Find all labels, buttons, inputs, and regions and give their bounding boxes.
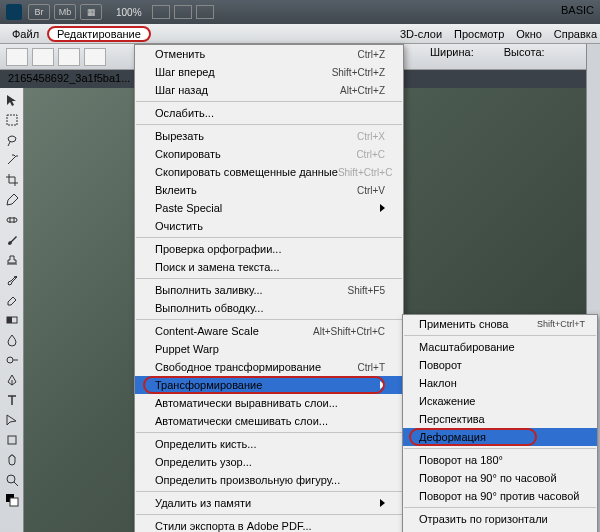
sm-rotate[interactable]: Поворот bbox=[403, 356, 597, 374]
color-swatch[interactable] bbox=[2, 490, 22, 509]
separator bbox=[136, 101, 402, 102]
opt-crop-2[interactable] bbox=[58, 48, 80, 66]
separator bbox=[136, 432, 402, 433]
menu-window[interactable]: Окно bbox=[516, 28, 542, 40]
sm-perspective[interactable]: Перспектива bbox=[403, 410, 597, 428]
dodge-tool[interactable] bbox=[2, 350, 22, 369]
sm-scale[interactable]: Масштабирование bbox=[403, 338, 597, 356]
stamp-tool[interactable] bbox=[2, 250, 22, 269]
menu-view[interactable]: Просмотр bbox=[454, 28, 504, 40]
tools-panel bbox=[0, 88, 24, 532]
mi-spelling[interactable]: Проверка орфографии... bbox=[135, 240, 403, 258]
appbar-btn-grid[interactable]: ▦ bbox=[80, 4, 102, 20]
separator bbox=[404, 448, 596, 449]
mi-puppet-warp[interactable]: Puppet Warp bbox=[135, 340, 403, 358]
opt-crop-3[interactable] bbox=[84, 48, 106, 66]
svg-point-7 bbox=[7, 475, 15, 483]
eyedropper-tool[interactable] bbox=[2, 190, 22, 209]
appbar-btn-br[interactable]: Br bbox=[28, 4, 50, 20]
svg-rect-1 bbox=[7, 218, 17, 222]
chevron-right-icon bbox=[380, 204, 385, 212]
mi-cut: ВырезатьCtrl+X bbox=[135, 127, 403, 145]
mi-pdf-presets[interactable]: Стили экспорта в Adobe PDF... bbox=[135, 517, 403, 532]
history-brush-tool[interactable] bbox=[2, 270, 22, 289]
mi-transform[interactable]: Трансформирование bbox=[135, 376, 403, 394]
path-tool[interactable] bbox=[2, 410, 22, 429]
mi-undo[interactable]: ОтменитьCtrl+Z bbox=[135, 45, 403, 63]
mi-step-forward[interactable]: Шаг впередShift+Ctrl+Z bbox=[135, 63, 403, 81]
workspace-label[interactable]: BASIC bbox=[561, 4, 594, 16]
app-bar: Br Mb ▦ 100% BASIC bbox=[0, 0, 600, 24]
svg-rect-0 bbox=[7, 115, 17, 125]
edit-menu-dropdown: ОтменитьCtrl+Z Шаг впередShift+Ctrl+Z Ша… bbox=[134, 44, 404, 532]
mi-step-backward[interactable]: Шаг назадAlt+Ctrl+Z bbox=[135, 81, 403, 99]
type-tool[interactable] bbox=[2, 390, 22, 409]
gradient-tool[interactable] bbox=[2, 310, 22, 329]
menu-file[interactable]: Файл bbox=[4, 26, 47, 42]
sm-flip-v[interactable]: Отразить по вертикали bbox=[403, 528, 597, 532]
sm-skew[interactable]: Наклон bbox=[403, 374, 597, 392]
menu-3d-layers[interactable]: 3D-слои bbox=[400, 28, 442, 40]
svg-point-5 bbox=[7, 357, 13, 363]
svg-point-2 bbox=[14, 276, 16, 278]
mi-purge[interactable]: Удалить из памяти bbox=[135, 494, 403, 512]
eraser-tool[interactable] bbox=[2, 290, 22, 309]
mi-free-transform[interactable]: Свободное трансформированиеCtrl+T bbox=[135, 358, 403, 376]
blur-tool[interactable] bbox=[2, 330, 22, 349]
healing-tool[interactable] bbox=[2, 210, 22, 229]
zoom-tool[interactable] bbox=[2, 470, 22, 489]
mi-define-shape: Определить произвольную фигуру... bbox=[135, 471, 403, 489]
sm-rotate-90ccw[interactable]: Поворот на 90° против часовой bbox=[403, 487, 597, 505]
mi-paste-special[interactable]: Paste Special bbox=[135, 199, 403, 217]
separator bbox=[136, 278, 402, 279]
opt-tool-preset[interactable] bbox=[6, 48, 28, 66]
document-tab[interactable]: 2165458692_3a1f5ba1... bbox=[8, 72, 130, 84]
opt-height-label: Высота: bbox=[504, 46, 545, 58]
menu-help[interactable]: Справка bbox=[554, 28, 597, 40]
mi-find-replace[interactable]: Поиск и замена текста... bbox=[135, 258, 403, 276]
appbar-icon-2[interactable] bbox=[174, 5, 192, 19]
sm-flip-h[interactable]: Отразить по горизонтали bbox=[403, 510, 597, 528]
svg-rect-9 bbox=[10, 498, 18, 506]
separator bbox=[404, 507, 596, 508]
move-tool[interactable] bbox=[2, 90, 22, 109]
mi-paste[interactable]: ВклеитьCtrl+V bbox=[135, 181, 403, 199]
pen-tool[interactable] bbox=[2, 370, 22, 389]
opt-width-label: Ширина: bbox=[430, 46, 474, 58]
sm-rotate-90cw[interactable]: Поворот на 90° по часовой bbox=[403, 469, 597, 487]
opt-crop-1[interactable] bbox=[32, 48, 54, 66]
appbar-icon-1[interactable] bbox=[152, 5, 170, 19]
separator bbox=[136, 319, 402, 320]
mi-auto-align: Автоматически выравнивать слои... bbox=[135, 394, 403, 412]
sm-again[interactable]: Применить сноваShift+Ctrl+T bbox=[403, 315, 597, 333]
separator bbox=[136, 514, 402, 515]
mi-copy-merged: Скопировать совмещенные данныеShift+Ctrl… bbox=[135, 163, 403, 181]
separator bbox=[136, 237, 402, 238]
crop-tool[interactable] bbox=[2, 170, 22, 189]
menu-edit[interactable]: Редактирование bbox=[47, 26, 151, 42]
mi-clear: Очистить bbox=[135, 217, 403, 235]
separator bbox=[136, 491, 402, 492]
marquee-tool[interactable] bbox=[2, 110, 22, 129]
mi-define-brush[interactable]: Определить кисть... bbox=[135, 435, 403, 453]
brush-tool[interactable] bbox=[2, 230, 22, 249]
mi-define-pattern[interactable]: Определить узор... bbox=[135, 453, 403, 471]
mi-fill[interactable]: Выполнить заливку...Shift+F5 bbox=[135, 281, 403, 299]
appbar-btn-mb[interactable]: Mb bbox=[54, 4, 76, 20]
sm-warp[interactable]: Деформация bbox=[403, 428, 597, 446]
ps-logo bbox=[6, 4, 22, 20]
zoom-level[interactable]: 100% bbox=[116, 7, 142, 18]
sm-rotate-180[interactable]: Поворот на 180° bbox=[403, 451, 597, 469]
mi-content-aware-scale[interactable]: Content-Aware ScaleAlt+Shift+Ctrl+C bbox=[135, 322, 403, 340]
sm-distort[interactable]: Искажение bbox=[403, 392, 597, 410]
shape-tool[interactable] bbox=[2, 430, 22, 449]
hand-tool[interactable] bbox=[2, 450, 22, 469]
mi-copy: СкопироватьCtrl+C bbox=[135, 145, 403, 163]
wand-tool[interactable] bbox=[2, 150, 22, 169]
separator bbox=[136, 124, 402, 125]
appbar-icon-3[interactable] bbox=[196, 5, 214, 19]
chevron-right-icon bbox=[380, 499, 385, 507]
mi-fade: Ослабить... bbox=[135, 104, 403, 122]
lasso-tool[interactable] bbox=[2, 130, 22, 149]
svg-rect-4 bbox=[7, 317, 12, 323]
